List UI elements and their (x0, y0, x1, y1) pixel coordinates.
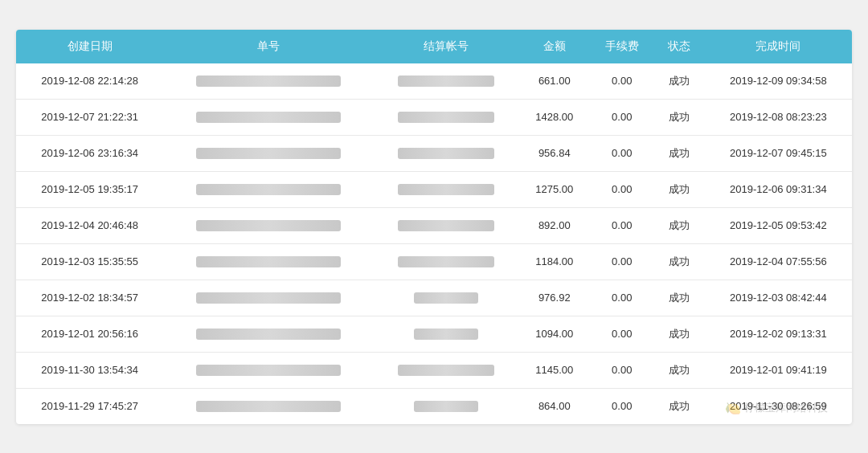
cell-account (373, 171, 519, 207)
cell-amount: 1145.00 (519, 352, 589, 388)
cell-account (373, 352, 519, 388)
cell-amount: 976.92 (519, 280, 589, 316)
blurred-account (398, 256, 494, 267)
blurred-order-no (196, 401, 341, 412)
cell-complete-time: 2019-11-30 08:26:59 (705, 388, 852, 424)
header-create-date: 创建日期 (16, 30, 163, 63)
transactions-table: 创建日期 单号 结算帐号 金额 手续费 状态 完成时间 2019-12-08 2… (16, 30, 852, 424)
cell-account (373, 135, 519, 171)
blurred-order-no (196, 329, 341, 340)
cell-create-date: 2019-11-29 17:45:27 (16, 388, 163, 424)
main-table-container: 创建日期 单号 结算帐号 金额 手续费 状态 完成时间 2019-12-08 2… (16, 30, 852, 424)
cell-amount: 1428.00 (519, 99, 589, 135)
cell-amount: 1275.00 (519, 171, 589, 207)
cell-status: 成功 (654, 207, 705, 243)
cell-fee: 0.00 (589, 352, 654, 388)
table-row: 2019-11-29 17:45:27864.000.00成功2019-11-3… (16, 388, 852, 424)
cell-create-date: 2019-12-08 22:14:28 (16, 63, 163, 100)
blurred-order-no (196, 256, 341, 267)
header-account: 结算帐号 (373, 30, 519, 63)
cell-complete-time: 2019-12-02 09:13:31 (705, 316, 852, 352)
header-amount: 金额 (519, 30, 589, 63)
cell-status: 成功 (654, 388, 705, 424)
cell-status: 成功 (654, 99, 705, 135)
blurred-account (414, 329, 478, 340)
cell-amount: 661.00 (519, 63, 589, 100)
header-order-no: 单号 (163, 30, 373, 63)
cell-complete-time: 2019-12-03 08:42:44 (705, 280, 852, 316)
table-row: 2019-12-07 21:22:311428.000.00成功2019-12-… (16, 99, 852, 135)
cell-amount: 1184.00 (519, 243, 589, 280)
cell-complete-time: 2019-12-01 09:41:19 (705, 352, 852, 388)
cell-complete-time: 2019-12-04 07:55:56 (705, 243, 852, 280)
cell-status: 成功 (654, 280, 705, 316)
cell-create-date: 2019-12-07 21:22:31 (16, 99, 163, 135)
cell-fee: 0.00 (589, 388, 654, 424)
cell-complete-time: 2019-12-06 09:31:34 (705, 171, 852, 207)
header-status: 状态 (654, 30, 705, 63)
cell-order-no (163, 388, 373, 424)
cell-complete-time: 2019-12-07 09:45:15 (705, 135, 852, 171)
cell-fee: 0.00 (589, 63, 654, 100)
cell-amount: 1094.00 (519, 316, 589, 352)
cell-amount: 864.00 (519, 388, 589, 424)
blurred-account (398, 220, 494, 231)
cell-create-date: 2019-12-05 19:35:17 (16, 171, 163, 207)
cell-order-no (163, 135, 373, 171)
blurred-order-no (196, 365, 341, 376)
cell-order-no (163, 99, 373, 135)
table-row: 2019-12-08 22:14:28661.000.00成功2019-12-0… (16, 63, 852, 100)
cell-status: 成功 (654, 135, 705, 171)
cell-status: 成功 (654, 63, 705, 100)
cell-create-date: 2019-12-03 15:35:55 (16, 243, 163, 280)
cell-account (373, 63, 519, 100)
cell-status: 成功 (654, 316, 705, 352)
blurred-order-no (196, 292, 341, 304)
table-row: 2019-12-01 20:56:161094.000.00成功2019-12-… (16, 316, 852, 352)
cell-amount: 956.84 (519, 135, 589, 171)
table-row: 2019-12-06 23:16:34956.840.00成功2019-12-0… (16, 135, 852, 171)
cell-create-date: 2019-11-30 13:54:34 (16, 352, 163, 388)
cell-complete-time: 2019-12-09 09:34:58 (705, 63, 852, 100)
table-header: 创建日期 单号 结算帐号 金额 手续费 状态 完成时间 (16, 30, 852, 63)
cell-complete-time: 2019-12-08 08:23:23 (705, 99, 852, 135)
cell-fee: 0.00 (589, 316, 654, 352)
cell-account (373, 280, 519, 316)
cell-create-date: 2019-12-06 23:16:34 (16, 135, 163, 171)
blurred-account (398, 148, 494, 159)
cell-amount: 892.00 (519, 207, 589, 243)
cell-account (373, 99, 519, 135)
blurred-order-no (196, 76, 341, 87)
blurred-account (398, 184, 494, 195)
cell-status: 成功 (654, 352, 705, 388)
cell-status: 成功 (654, 171, 705, 207)
cell-account (373, 207, 519, 243)
header-row: 创建日期 单号 结算帐号 金额 手续费 状态 完成时间 (16, 30, 852, 63)
cell-fee: 0.00 (589, 135, 654, 171)
table-body: 2019-12-08 22:14:28661.000.00成功2019-12-0… (16, 63, 852, 424)
cell-fee: 0.00 (589, 99, 654, 135)
table-row: 2019-12-04 20:46:48892.000.00成功2019-12-0… (16, 207, 852, 243)
cell-order-no (163, 352, 373, 388)
cell-create-date: 2019-12-02 18:34:57 (16, 280, 163, 316)
header-complete-time: 完成时间 (705, 30, 852, 63)
table-row: 2019-12-05 19:35:171275.000.00成功2019-12-… (16, 171, 852, 207)
table-row: 2019-12-02 18:34:57976.920.00成功2019-12-0… (16, 280, 852, 316)
table-row: 2019-12-03 15:35:551184.000.00成功2019-12-… (16, 243, 852, 280)
cell-order-no (163, 316, 373, 352)
blurred-account (398, 112, 494, 123)
blurred-order-no (196, 112, 341, 123)
cell-order-no (163, 171, 373, 207)
blurred-account (414, 292, 478, 304)
cell-create-date: 2019-12-04 20:46:48 (16, 207, 163, 243)
cell-order-no (163, 63, 373, 100)
table-row: 2019-11-30 13:54:341145.000.00成功2019-12-… (16, 352, 852, 388)
cell-fee: 0.00 (589, 243, 654, 280)
blurred-order-no (196, 148, 341, 159)
cell-order-no (163, 207, 373, 243)
cell-order-no (163, 280, 373, 316)
cell-account (373, 316, 519, 352)
cell-status: 成功 (654, 243, 705, 280)
blurred-account (398, 365, 494, 376)
cell-order-no (163, 243, 373, 280)
